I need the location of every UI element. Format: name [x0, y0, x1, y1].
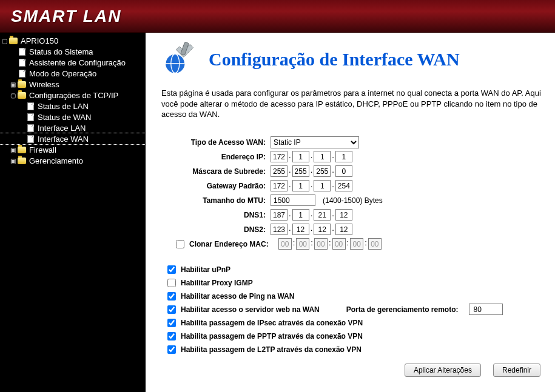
nav-wireless[interactable]: ▣Wireless [0, 79, 146, 90]
dns1-octet-4[interactable] [335, 209, 352, 221]
mac-octet-3 [314, 238, 328, 250]
nav-label: Firewall [29, 145, 56, 154]
pptp-checkbox[interactable] [167, 332, 176, 341]
ip-octet-1[interactable] [271, 151, 288, 162]
igmp-checkbox[interactable] [167, 279, 176, 287]
nav-interface-lan[interactable]: Interface LAN [0, 122, 146, 133]
nav-tcpip[interactable]: ▢Configurações de TCP/IP [0, 90, 146, 101]
upnp-checkbox[interactable] [167, 265, 176, 274]
nav-firewall[interactable]: ▣Firewall [0, 144, 146, 155]
mtu-input[interactable] [271, 194, 315, 206]
nav-label: Status do Sistema [29, 47, 93, 56]
file-icon [25, 101, 35, 111]
file-icon [25, 123, 35, 133]
mac-octet-1 [278, 238, 292, 250]
page-title: Configuração de Interface WAN [209, 49, 460, 70]
nav-wan-status[interactable]: Status de WAN [0, 111, 146, 122]
reset-button[interactable]: Redefinir [493, 364, 540, 377]
file-icon [25, 112, 35, 122]
nav-label: Interface WAN [38, 135, 89, 144]
apply-button[interactable]: Aplicar Alterações [405, 364, 481, 377]
expand-icon[interactable]: ▣ [8, 81, 17, 88]
clone-mac-checkbox[interactable] [176, 240, 184, 248]
nav-label: Assistente de Configuração [29, 58, 126, 67]
dns1-label: DNS1: [161, 211, 271, 219]
remote-port-label: Porta de gerenciamento remoto: [346, 305, 459, 314]
mask-octet-3[interactable] [314, 165, 331, 177]
tree-root-label: APRIO150 [21, 36, 58, 45]
nav-lan-status[interactable]: Status de LAN [0, 101, 146, 111]
mac-octet-4 [332, 238, 346, 250]
expand-icon[interactable]: ▣ [8, 147, 17, 153]
nav-management[interactable]: ▣Gerenciamento [0, 155, 146, 166]
ipsec-label: Habilita passagem de IPsec através da co… [181, 319, 363, 327]
nav-setup-assistant[interactable]: Assistente de Configuração [0, 57, 146, 68]
nav-label: Status de WAN [38, 113, 91, 122]
ip-octet-2[interactable] [292, 151, 309, 162]
nav-op-mode[interactable]: Modo de Operação [0, 68, 146, 79]
dns2-octet-3[interactable] [314, 224, 331, 235]
tree-root[interactable]: ▢APRIO150 [0, 35, 146, 46]
folder-open-icon [17, 90, 27, 100]
clone-mac-label: Clonar Endereço MAC: [189, 240, 269, 248]
file-icon [17, 68, 27, 78]
mask-octet-2[interactable] [292, 165, 309, 177]
folder-icon [17, 79, 27, 89]
igmp-label: Habilitar Proxy IGMP [181, 279, 253, 287]
ping-checkbox[interactable] [167, 292, 176, 301]
dns2-octet-1[interactable] [271, 224, 288, 235]
wan-type-label: Tipo de Acesso WAN: [161, 138, 271, 147]
ip-label: Endereço IP: [161, 153, 271, 161]
collapse-icon[interactable]: ▢ [8, 92, 17, 99]
dns2-octet-4[interactable] [335, 224, 352, 235]
ip-octet-4[interactable] [335, 151, 352, 162]
nav-system-status[interactable]: Status do Sistema [0, 46, 146, 57]
dns1-octet-1[interactable] [271, 209, 288, 221]
file-icon [17, 58, 27, 67]
dns1-octet-3[interactable] [314, 209, 331, 221]
gw-octet-1[interactable] [271, 180, 288, 191]
nav-sidebar: ▢APRIO150 Status do Sistema Assistente d… [0, 33, 146, 392]
dns2-octet-2[interactable] [292, 224, 309, 235]
mask-octet-4[interactable] [335, 165, 352, 177]
mac-octet-5 [350, 238, 363, 250]
gw-octet-4[interactable] [335, 180, 352, 191]
ip-octet-3[interactable] [314, 151, 331, 162]
nav-label: Status de LAN [38, 102, 89, 111]
nav-label: Gerenciamento [29, 156, 83, 165]
page-description: Esta página é usada para configurar os p… [161, 88, 543, 120]
l2tp-label: Habilita passagem de L2TP através da con… [181, 345, 362, 354]
mask-octet-1[interactable] [271, 165, 288, 177]
gw-octet-2[interactable] [292, 180, 309, 191]
gw-label: Gateway Padrão: [161, 182, 271, 190]
ipsec-checkbox[interactable] [167, 319, 176, 327]
folder-icon [17, 145, 27, 154]
settings-globe-icon [161, 41, 195, 77]
ping-label: Habilitar acesso de Ping na WAN [181, 292, 294, 301]
dns1-octet-2[interactable] [292, 209, 309, 221]
mask-label: Máscara de Subrede: [161, 167, 271, 176]
gw-octet-3[interactable] [314, 180, 331, 191]
mac-octet-2 [296, 238, 309, 250]
collapse-icon[interactable]: ▢ [0, 38, 8, 44]
web-checkbox[interactable] [167, 305, 176, 314]
pptp-label: Habilita passagem de PPTP através da con… [181, 332, 363, 341]
folder-icon [17, 156, 27, 165]
remote-port-input[interactable] [469, 304, 503, 315]
dns2-label: DNS2: [161, 225, 271, 234]
web-label: Habilitar acesso o servidor web na WAN [181, 305, 320, 314]
l2tp-checkbox[interactable] [167, 345, 176, 354]
wan-type-select[interactable]: Static IP [271, 136, 359, 148]
nav-label: Configurações de TCP/IP [29, 91, 118, 100]
upnp-label: Habilitar uPnP [181, 265, 230, 274]
app-header: SMART LAN [0, 0, 555, 33]
mtu-hint: (1400-1500) Bytes [323, 196, 383, 205]
nav-label: Wireless [29, 80, 59, 89]
file-icon [25, 134, 35, 144]
nav-label: Interface LAN [38, 124, 86, 133]
nav-interface-wan[interactable]: Interface WAN [0, 133, 146, 144]
mtu-label: Tamanho do MTU: [161, 196, 271, 205]
nav-label: Modo de Operação [29, 69, 96, 78]
file-icon [17, 47, 27, 56]
expand-icon[interactable]: ▣ [8, 158, 17, 164]
